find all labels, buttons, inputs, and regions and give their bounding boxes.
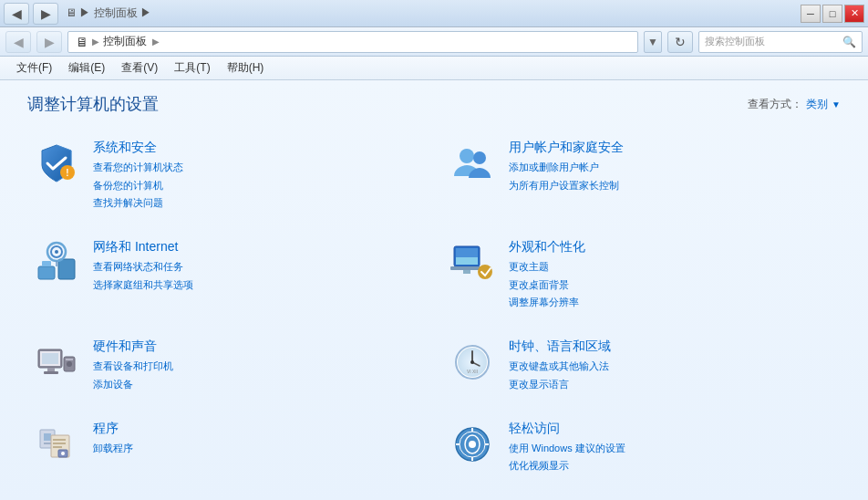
appearance-title[interactable]: 外观和个性化 [509, 239, 585, 255]
user-accounts-text: 用户帐户和家庭安全 添加或删除用户帐户 为所有用户设置家长控制 [509, 140, 624, 193]
close-button[interactable]: ✕ [844, 5, 864, 23]
clock-link-1[interactable]: 更改显示语言 [509, 377, 611, 393]
category-user-accounts: 用户帐户和家庭安全 添加或删除用户帐户 为所有用户设置家长控制 [434, 129, 850, 228]
svg-rect-36 [53, 443, 66, 444]
security-link-2[interactable]: 查找并解决问题 [93, 195, 183, 212]
view-mode: 查看方式： 类别 ▼ [748, 97, 841, 112]
title-path: 🖥 ▶ 控制面板 ▶ [66, 5, 151, 21]
appearance-link-2[interactable]: 调整屏幕分辨率 [509, 295, 585, 311]
svg-rect-4 [38, 266, 55, 279]
appearance-link-0[interactable]: 更改主题 [509, 259, 585, 276]
address-bar: ◀ ▶ 🖥 ▶ 控制面板 ▶ ▼ ↻ 搜索控制面板 🔍 [0, 27, 868, 57]
security-icon: ! [33, 140, 80, 187]
security-link-0[interactable]: 查看您的计算机状态 [93, 160, 183, 176]
svg-rect-21 [44, 371, 58, 374]
security-link-1[interactable]: 备份您的计算机 [93, 178, 183, 194]
svg-rect-35 [53, 439, 66, 441]
breadcrumb-sep2: ▶ [152, 36, 160, 47]
category-hardware: 硬件和声音 查看设备和打印机 添加设备 [18, 328, 434, 409]
svg-rect-24 [66, 359, 73, 360]
programs-link-0[interactable]: 卸载程序 [93, 441, 133, 457]
category-accessibility: 轻松访问 使用 Windows 建议的设置 优化视频显示 [434, 410, 850, 491]
main-area: 调整计算机的设置 查看方式： 类别 ▼ [0, 80, 868, 500]
svg-point-16 [478, 265, 492, 279]
svg-rect-19 [42, 353, 58, 364]
security-text: 系统和安全 查看您的计算机状态 备份您的计算机 查找并解决问题 [93, 140, 183, 212]
address-field[interactable]: 🖥 ▶ 控制面板 ▶ [67, 31, 638, 53]
page-title: 调整计算机的设置 [27, 93, 159, 115]
refresh-button[interactable]: ↻ [667, 31, 693, 53]
svg-rect-15 [463, 270, 470, 274]
address-dropdown-button[interactable]: ▼ [644, 31, 662, 53]
svg-rect-20 [47, 368, 55, 371]
address-icon: 🖥 [76, 35, 88, 49]
view-value[interactable]: 类别 [806, 97, 828, 112]
clock-link-0[interactable]: 更改键盘或其他输入法 [509, 359, 611, 375]
category-clock: VI XII 时钟、语言和区域 更改键盘或其他输入法 更改显示语言 [434, 328, 850, 409]
svg-rect-6 [42, 261, 51, 266]
user-accounts-icon [449, 140, 496, 187]
menu-tools[interactable]: 工具(T) [167, 57, 217, 78]
svg-rect-13 [456, 248, 478, 257]
network-title[interactable]: 网络和 Internet [93, 239, 193, 255]
clock-icon: VI XII [449, 339, 496, 386]
hardware-icon [33, 339, 80, 386]
network-link-0[interactable]: 查看网络状态和任务 [93, 259, 193, 276]
appearance-text: 外观和个性化 更改主题 更改桌面背景 调整屏幕分辨率 [509, 239, 585, 311]
accessibility-text: 轻松访问 使用 Windows 建议的设置 优化视频显示 [509, 421, 625, 474]
svg-point-29 [470, 360, 474, 364]
hardware-link-0[interactable]: 查看设备和打印机 [93, 359, 173, 375]
menu-view[interactable]: 查看(V) [114, 57, 165, 78]
search-field[interactable]: 搜索控制面板 🔍 [698, 31, 863, 53]
programs-title[interactable]: 程序 [93, 421, 133, 437]
user-accounts-title[interactable]: 用户帐户和家庭安全 [509, 140, 624, 156]
menu-file[interactable]: 文件(F) [9, 57, 59, 78]
svg-rect-32 [44, 433, 51, 441]
hardware-link-1[interactable]: 添加设备 [93, 377, 173, 393]
accessibility-link-1[interactable]: 优化视频显示 [509, 458, 625, 474]
network-link-1[interactable]: 选择家庭组和共享选项 [93, 277, 193, 294]
category-network: 网络和 Internet 查看网络状态和任务 选择家庭组和共享选项 [18, 228, 434, 328]
search-placeholder: 搜索控制面板 [705, 35, 765, 48]
window-controls: ─ □ ✕ [801, 5, 864, 23]
svg-point-3 [473, 151, 486, 164]
forward-button[interactable]: ▶ [33, 3, 58, 25]
category-programs: 程序 卸载程序 [18, 410, 434, 491]
title-bar-left: ◀ ▶ 🖥 ▶ 控制面板 ▶ [4, 3, 151, 25]
menu-help[interactable]: 帮助(H) [220, 57, 272, 78]
svg-point-39 [61, 452, 65, 455]
appearance-link-1[interactable]: 更改桌面背景 [509, 277, 585, 294]
minimize-button[interactable]: ─ [801, 5, 821, 23]
address-back-button[interactable]: ◀ [5, 31, 31, 53]
accessibility-link-0[interactable]: 使用 Windows 建议的设置 [509, 441, 625, 457]
svg-rect-33 [44, 443, 51, 444]
breadcrumb-text: 控制面板 [103, 34, 147, 49]
programs-text: 程序 卸载程序 [93, 421, 133, 457]
category-appearance: 外观和个性化 更改主题 更改桌面背景 调整屏幕分辨率 [434, 228, 850, 328]
security-title[interactable]: 系统和安全 [93, 140, 183, 156]
svg-point-9 [55, 250, 58, 254]
user-accounts-link-1[interactable]: 为所有用户设置家长控制 [509, 178, 624, 194]
clock-title[interactable]: 时钟、语言和区域 [509, 339, 611, 355]
view-label: 查看方式： [748, 97, 802, 112]
content-header: 调整计算机的设置 查看方式： 类别 ▼ [0, 80, 868, 124]
search-icon[interactable]: 🔍 [842, 36, 856, 48]
title-bar: ◀ ▶ 🖥 ▶ 控制面板 ▶ ─ □ ✕ [0, 0, 868, 27]
svg-point-2 [460, 149, 474, 163]
accessibility-title[interactable]: 轻松访问 [509, 421, 625, 437]
clock-text: 时钟、语言和区域 更改键盘或其他输入法 更改显示语言 [509, 339, 611, 392]
view-dropdown-icon[interactable]: ▼ [832, 99, 841, 109]
address-forward-button[interactable]: ▶ [36, 31, 62, 53]
menu-bar: 文件(F) 编辑(E) 查看(V) 工具(T) 帮助(H) [0, 57, 868, 80]
network-icon [33, 239, 80, 286]
menu-edit[interactable]: 编辑(E) [61, 57, 112, 78]
back-button[interactable]: ◀ [4, 3, 29, 25]
svg-text:VI XII: VI XII [467, 369, 478, 374]
maximize-button[interactable]: □ [822, 5, 842, 23]
svg-rect-37 [53, 446, 62, 448]
network-text: 网络和 Internet 查看网络状态和任务 选择家庭组和共享选项 [93, 239, 193, 293]
user-accounts-link-0[interactable]: 添加或删除用户帐户 [509, 160, 624, 176]
hardware-text: 硬件和声音 查看设备和打印机 添加设备 [93, 339, 173, 392]
hardware-title[interactable]: 硬件和声音 [93, 339, 173, 355]
svg-text:!: ! [66, 168, 68, 178]
